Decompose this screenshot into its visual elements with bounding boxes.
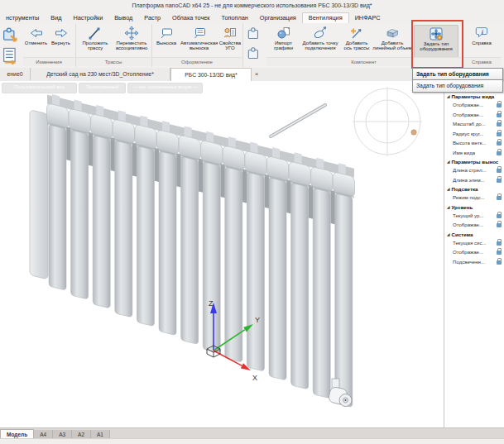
- doc-tab-rbs-300-13[interactable]: РБС 300-13/3D вид*: [170, 68, 252, 82]
- menu-item-vyvod[interactable]: Вывод: [108, 12, 138, 23]
- move-associative-button[interactable]: Переместить ассоциативно: [113, 25, 150, 57]
- property-row[interactable]: Отображае...: [444, 220, 504, 230]
- ribbon-group-izmeneniya: Отменить Вернуть Изменения: [22, 24, 76, 67]
- panel-section-sistema[interactable]: ◢Система: [444, 230, 504, 238]
- doc-tab-detsky-sad[interactable]: Детский сад на 230 мест/3D_Отопление*: [31, 68, 170, 80]
- property-row[interactable]: Длина стрел...: [444, 165, 504, 175]
- plugin-button-3[interactable]: [246, 45, 266, 65]
- help-button[interactable]: i Справка: [468, 25, 496, 57]
- drawing-viewport[interactable]: Пользовательский вид Тонированный — нет …: [0, 81, 444, 427]
- expander-icon[interactable]: ◢: [447, 232, 449, 236]
- menu-item-topoplan[interactable]: Топоплан: [216, 12, 254, 23]
- button-label: Проложить трассу: [83, 41, 108, 50]
- property-row[interactable]: Отображае...: [444, 110, 504, 120]
- button-label: Импорт графики: [274, 41, 293, 50]
- expander-icon[interactable]: ◢: [447, 205, 449, 209]
- leader-button[interactable]: Выноска: [153, 25, 180, 57]
- info-bubble-icon: i: [474, 26, 489, 41]
- expander-icon[interactable]: ◢: [447, 94, 449, 98]
- lock-icon[interactable]: [497, 132, 502, 136]
- orbit-compass: [353, 87, 422, 156]
- status-bar: [0, 438, 504, 444]
- button-label: Добавить точку подключения: [303, 41, 338, 50]
- property-row[interactable]: Имя вида: [444, 148, 504, 158]
- property-row[interactable]: Текущая сис...: [444, 238, 504, 248]
- ribbon-group-label: Компонент: [266, 57, 461, 66]
- diagonal-line-icon: [88, 26, 103, 41]
- add-route-axis-button[interactable]: Добавить ось трассы: [342, 25, 372, 57]
- button-label: Выноска: [156, 41, 176, 45]
- doc-tab-otoplenie0[interactable]: ение0: [0, 68, 31, 80]
- undo-button[interactable]: Отменить: [24, 25, 48, 57]
- menu-item-ventilyatsiya[interactable]: Вентиляция: [302, 12, 349, 23]
- property-row[interactable]: Отображае...: [444, 247, 504, 257]
- property-row[interactable]: Режим подс...: [444, 193, 504, 203]
- lock-icon[interactable]: [497, 103, 502, 107]
- puzzle-icon: [246, 26, 262, 42]
- import-graphics-button[interactable]: Импорт графики: [268, 25, 299, 57]
- lock-icon[interactable]: [497, 151, 502, 155]
- button-label: Вернуть: [51, 41, 70, 45]
- compass-dot: [411, 130, 416, 135]
- add-connection-point-button[interactable]: Добавить точку подключения: [300, 25, 341, 57]
- tab-close-icon[interactable]: ×: [252, 68, 262, 80]
- lock-icon[interactable]: [497, 251, 502, 255]
- menu-item-instrumenty[interactable]: нструменты: [0, 12, 45, 23]
- route-trace-button[interactable]: Проложить трассу: [78, 25, 113, 57]
- expander-icon[interactable]: ◢: [447, 160, 449, 164]
- menu-item-nastroyki[interactable]: Настройки: [67, 12, 108, 23]
- panel-section-parametry-vynosok[interactable]: ◢Параметры вынос: [444, 157, 504, 165]
- ribbon-group-label: Трассы: [76, 57, 151, 66]
- lock-icon[interactable]: [497, 113, 502, 117]
- sheet-tab-bar: Модель А4 А3 А2 А1: [0, 427, 504, 439]
- fan-gear-icon: [429, 26, 444, 41]
- panel-section-podsvetka[interactable]: ◢Подсветка: [444, 184, 504, 193]
- panel-section-parametry-vida[interactable]: ◢Параметры вида: [444, 92, 504, 100]
- set-equipment-type-button[interactable]: Задать тип оборудования: [414, 25, 458, 59]
- ellipse-arrow-icon: [313, 26, 328, 41]
- lock-icon[interactable]: [497, 122, 502, 127]
- property-row[interactable]: Подсвеченн...: [444, 257, 504, 267]
- redo-icon: [53, 26, 70, 41]
- menu-item-rastr[interactable]: Растр: [138, 12, 166, 23]
- lock-icon[interactable]: [497, 241, 502, 246]
- form-button[interactable]: [1, 46, 21, 66]
- lock-icon[interactable]: [497, 196, 502, 200]
- undo-icon: [28, 26, 45, 41]
- plus-arrow-icon: [349, 26, 364, 41]
- redo-button[interactable]: Вернуть: [49, 25, 73, 57]
- add-linear-volume-button[interactable]: Добавить линейный объем: [372, 25, 412, 57]
- lock-icon[interactable]: [497, 223, 502, 227]
- property-row[interactable]: Длина элем...: [444, 175, 504, 185]
- menu-item-vid[interactable]: Вид: [45, 12, 67, 23]
- plugin-button[interactable]: [1, 26, 21, 45]
- lock-icon[interactable]: [497, 141, 502, 146]
- expander-icon[interactable]: ◢: [447, 187, 449, 191]
- property-row[interactable]: Радиус круг...: [444, 129, 504, 139]
- button-label: Задать тип оборудования: [420, 41, 452, 51]
- menu-item-organizatsiya[interactable]: Организация: [254, 12, 302, 23]
- plugin-button-2[interactable]: [246, 26, 266, 45]
- property-row[interactable]: Масштаб до...: [444, 119, 504, 129]
- property-row[interactable]: Высота метк...: [444, 138, 504, 148]
- button-label: Добавить ось трассы: [344, 41, 370, 50]
- ribbon-group-spravka: i Справка Справка: [462, 24, 502, 67]
- property-row[interactable]: Отображае...: [444, 100, 504, 110]
- button-label: Отменить: [25, 41, 47, 45]
- button-label: Добавить линейный объем: [372, 41, 411, 50]
- lock-icon[interactable]: [497, 214, 502, 218]
- lock-icon[interactable]: [497, 169, 502, 173]
- model-3d-canvas: Z Y X: [0, 81, 444, 427]
- ribbon-group-label: Справка: [463, 57, 501, 66]
- panel-section-uroven[interactable]: ◢Уровень: [444, 203, 504, 211]
- lock-icon[interactable]: [497, 260, 502, 265]
- auto-leader-button[interactable]: Автоматическая выноска: [180, 25, 218, 57]
- iso-box-icon: [385, 26, 400, 41]
- property-row[interactable]: Текущий ур...: [444, 211, 504, 221]
- ribbon-group-trassy: Проложить трассу Переместить ассоциативн…: [75, 24, 152, 67]
- ugo-properties-button[interactable]: Свойства УГО: [218, 25, 242, 57]
- menu-item-oblaka-tochek[interactable]: Облака точек: [166, 12, 216, 23]
- axis-label-y: Y: [255, 316, 260, 324]
- menu-item-infars[interactable]: ИНФАРС: [349, 12, 386, 23]
- lock-icon[interactable]: [497, 179, 502, 183]
